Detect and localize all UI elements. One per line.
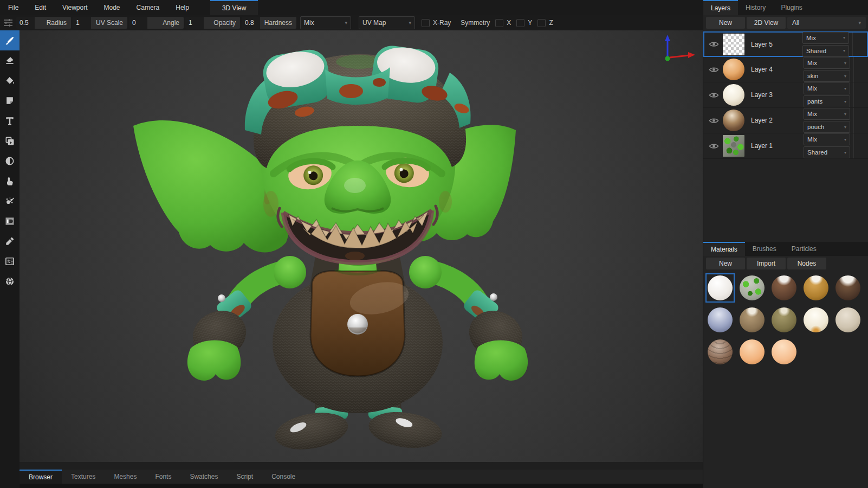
viewport-canvas[interactable] [20,30,703,462]
layer-row-1[interactable]: Layer 1 Mix Shared [703,133,868,159]
new-layer-button[interactable]: New [706,17,745,29]
tool-decal[interactable] [0,91,20,111]
import-material-button[interactable]: Import [747,258,786,269]
material-sphere [740,339,765,364]
visibility-eye-icon[interactable] [709,41,722,48]
layer-blend-dropdown[interactable]: Mix [804,57,850,69]
symmetry-y-checkbox[interactable] [516,19,524,27]
material-green-camo[interactable] [737,273,767,303]
tab-particles[interactable]: Particles [784,242,824,256]
menu-mode[interactable]: Mode [96,0,128,15]
layer-blend-dropdown[interactable]: Mix [802,32,849,44]
menu-file[interactable]: File [0,0,27,15]
layer-object-dropdown[interactable]: Shared [802,45,849,57]
material-blue-weave[interactable] [705,305,735,335]
layer-filter-dropdown[interactable]: All [787,17,866,29]
xray-checkbox-group[interactable]: X-Ray [422,19,451,27]
xray-checkbox[interactable] [422,19,430,27]
tool-gizmo[interactable] [0,271,20,291]
tool-picker[interactable] [0,231,20,251]
symmetry-z-group[interactable]: Z [537,19,553,27]
layer-row-2[interactable]: Layer 2 Mix pouch [703,108,868,133]
material-sphere [708,275,733,300]
tool-blur[interactable] [0,151,20,171]
hardness-slider[interactable]: 0.8 Hardness [242,17,296,29]
material-cream-weave[interactable] [801,305,831,335]
angle-slider[interactable]: 0 Angle [129,17,184,29]
material-skin[interactable] [737,337,767,367]
axis-gizmo[interactable] [646,35,696,65]
symmetry-x-group[interactable]: X [495,19,511,27]
layer-object-dropdown[interactable]: pants [804,95,850,107]
material-tan-knit[interactable] [737,305,767,335]
blend-mode-dropdown[interactable]: Mix [300,16,351,29]
tool-smudge[interactable] [0,171,20,191]
radius-slider[interactable]: 0.5 Radius [16,17,71,29]
layer-object-dropdown[interactable]: Shared [804,146,850,158]
bottom-tabs: Browser Textures Meshes Fonts Swatches S… [20,470,703,484]
layer-thumbnail[interactable] [723,59,744,80]
tool-particle[interactable] [0,191,20,211]
tab-history[interactable]: History [738,0,773,15]
tab-browser[interactable]: Browser [20,470,62,484]
new-material-button[interactable]: New [706,258,745,269]
symmetry-z-checkbox[interactable] [537,19,546,27]
material-olive-knit[interactable] [769,305,799,335]
2d-view-button[interactable]: 2D View [747,17,786,29]
tab-materials[interactable]: Materials [703,242,745,256]
tab-swatches[interactable]: Swatches [180,470,227,484]
visibility-eye-icon[interactable] [709,143,722,150]
brush-settings-icon[interactable] [0,18,16,27]
visibility-eye-icon[interactable] [709,92,722,99]
tab-textures[interactable]: Textures [62,470,105,484]
layer-thumbnail[interactable] [723,84,744,106]
tool-eraser[interactable] [0,50,20,70]
material-beige-cloth[interactable] [833,305,863,335]
layer-blend-dropdown[interactable]: Mix [804,133,850,145]
tab-meshes[interactable]: Meshes [105,470,146,484]
tool-text[interactable] [0,111,20,131]
material-skin-light[interactable] [769,337,799,367]
tool-fill[interactable] [0,70,20,91]
symmetry-y-group[interactable]: Y [516,19,532,27]
armorpaint-window: File Edit Viewport Mode Camera Help 3D V… [0,0,868,488]
material-sphere [772,339,796,364]
visibility-eye-icon[interactable] [709,66,722,73]
symmetry-x-checkbox[interactable] [495,19,503,27]
material-brown-scales[interactable] [705,337,735,367]
tab-script[interactable]: Script [227,470,262,484]
menu-help[interactable]: Help [167,0,197,15]
material-golden-leather[interactable] [801,273,831,303]
layer-thumbnail[interactable] [723,34,744,55]
tool-bake[interactable] [0,251,20,271]
nodes-button[interactable]: Nodes [787,258,826,269]
layer-thumbnail[interactable] [723,135,744,157]
tool-brush[interactable] [0,30,20,50]
layer-row-5[interactable]: Layer 5 Mix Shared [703,31,868,57]
layer-row-4[interactable]: Layer 4 Mix skin [703,57,868,82]
material-brown-knit[interactable] [769,273,799,303]
tab-console[interactable]: Console [262,470,305,484]
uv-map-dropdown[interactable]: UV Map [359,16,415,29]
visibility-eye-icon[interactable] [709,117,722,124]
tool-colorid[interactable] [0,211,20,231]
opacity-slider[interactable]: 1 Opacity [185,17,240,29]
layer-blend-dropdown[interactable]: Mix [804,108,850,120]
tab-layers[interactable]: Layers [703,0,738,15]
tab-plugins[interactable]: Plugins [773,0,809,15]
material-white-cloth[interactable] [705,273,735,303]
menu-viewport[interactable]: Viewport [54,0,95,15]
layer-row-3[interactable]: Layer 3 Mix pants [703,82,868,108]
layer-thumbnail[interactable] [723,110,744,131]
tab-fonts[interactable]: Fonts [146,470,180,484]
layer-object-dropdown[interactable]: pouch [804,121,850,133]
tab-brushes[interactable]: Brushes [745,242,784,256]
layer-blend-dropdown[interactable]: Mix [804,82,850,94]
tool-clone[interactable] [0,131,20,151]
menu-edit[interactable]: Edit [27,0,54,15]
layer-object-dropdown[interactable]: skin [804,70,850,82]
menu-camera[interactable]: Camera [128,0,168,15]
material-dark-brown-knit[interactable] [833,273,863,303]
uv-scale-slider[interactable]: 1 UV Scale [73,17,127,29]
tab-3d-view[interactable]: 3D View [210,0,258,15]
